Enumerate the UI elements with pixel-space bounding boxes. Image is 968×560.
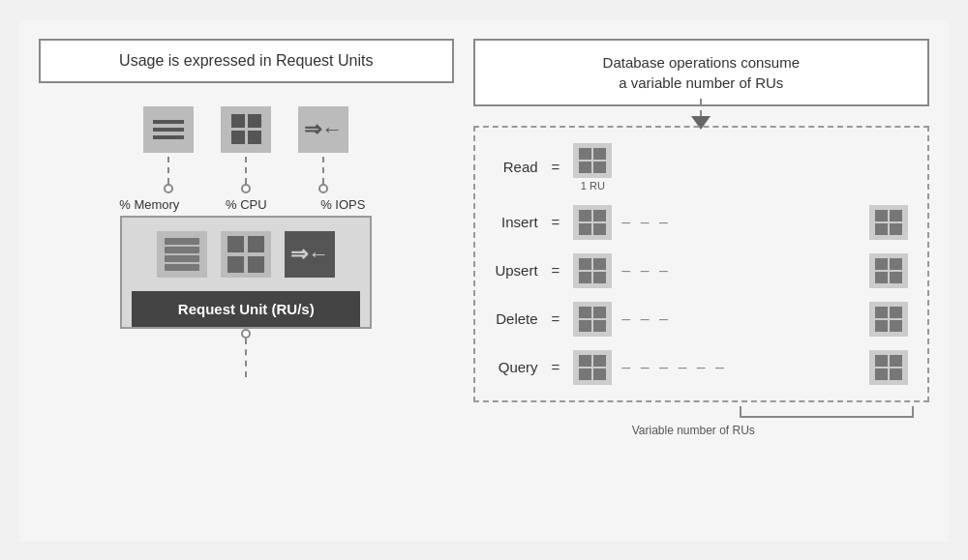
delete-icon-left: [573, 302, 612, 337]
memory-icon-col: [143, 106, 194, 193]
ops-container: Read = 1 RU: [473, 126, 929, 402]
upsert-label: Upsert: [485, 262, 538, 279]
iops-icon-col: ⇒←: [298, 106, 348, 193]
memory-icon: [143, 106, 194, 153]
read-row: Read = 1 RU: [485, 143, 908, 192]
delete-icon-right: [869, 302, 908, 337]
query-row: Query = – – – – – –: [485, 350, 908, 385]
query-icon-right: [869, 350, 908, 385]
right-title-line1: Database operations consume: [603, 54, 800, 71]
db-grid-query-r: [870, 350, 907, 385]
read-icon-wrap: [573, 143, 612, 178]
insert-icon-right: [869, 205, 908, 240]
read-db-icon: [573, 143, 612, 178]
metric-labels-row: % Memory % CPU % IOPS: [114, 197, 378, 212]
delete-dashes: – – –: [621, 310, 860, 328]
dashed-line-bottom: [245, 339, 247, 377]
upsert-icon-left: [573, 253, 612, 288]
cpu-icon: [221, 106, 271, 153]
read-label: Read: [485, 159, 538, 175]
ru-icons-row: ⇒←: [157, 231, 335, 278]
memory-label: % Memory: [114, 197, 184, 212]
left-title: Usage is expressed in Request Units: [39, 39, 454, 83]
upsert-dashes: – – –: [621, 262, 860, 280]
arrows-dark-icon: ⇒←: [290, 242, 329, 267]
read-ru-label: 1 RU: [581, 180, 605, 192]
query-dashes: – – – – – –: [621, 359, 860, 376]
delete-row: Delete = – – –: [485, 302, 908, 337]
iops-label: % IOPS: [308, 197, 378, 212]
db-grid-query: [574, 350, 611, 385]
db-grid-insert: [574, 205, 611, 240]
server-icon: [161, 234, 203, 275]
read-icon-col: 1 RU: [573, 143, 612, 192]
arrows-icon: ⇒←: [304, 117, 343, 142]
query-eq: =: [552, 359, 560, 375]
db-grid-upsert: [574, 253, 611, 288]
insert-row: Insert = – – –: [485, 205, 908, 240]
dashed-line-iops: [322, 157, 324, 184]
circle-dot-iops: [318, 184, 328, 193]
db-grid-delete-r: [870, 302, 907, 337]
ru-arrows-icon: ⇒←: [285, 231, 335, 278]
delete-eq: =: [552, 310, 560, 327]
grid-icon: [224, 106, 269, 152]
cpu-icon-col: [221, 106, 271, 193]
ru-server-icon: [157, 231, 207, 278]
ru-bottom-section: [241, 329, 251, 377]
variable-label: Variable number of RUs: [632, 424, 755, 437]
db-grid-upsert-r: [870, 253, 907, 288]
query-label: Query: [485, 359, 538, 375]
main-container: Usage is expressed in Request Units: [19, 19, 949, 542]
insert-dashes: – – –: [621, 214, 860, 231]
ru-box: ⇒← Request Unit (RU/s): [120, 216, 372, 329]
insert-eq: =: [552, 214, 560, 230]
ru-label: Request Unit (RU/s): [178, 301, 315, 317]
db-grid-icon: [574, 143, 611, 178]
insert-icon-left: [573, 205, 612, 240]
ru-footer: Request Unit (RU/s): [132, 291, 360, 327]
db-grid-delete: [574, 302, 611, 337]
upsert-icon-right: [869, 253, 908, 288]
circle-dot-bottom: [241, 329, 251, 339]
left-panel: Usage is expressed in Request Units: [39, 39, 454, 522]
right-title: Database operations consume a variable n…: [473, 39, 929, 106]
variable-section: Variable number of RUs: [473, 406, 929, 437]
hamburger-icon: [145, 112, 192, 147]
db-grid-insert-r: [870, 205, 907, 240]
read-eq: =: [552, 159, 560, 175]
circle-dot-cpu: [241, 184, 251, 193]
upsert-eq: =: [552, 262, 560, 279]
dashed-line-memory: [167, 157, 169, 184]
insert-label: Insert: [485, 214, 538, 230]
cpu-label: % CPU: [211, 197, 281, 212]
right-title-line2: a variable number of RUs: [619, 74, 783, 91]
left-title-text: Usage is expressed in Request Units: [119, 52, 373, 69]
circle-dot-memory: [164, 184, 173, 193]
iops-icon: ⇒←: [298, 106, 348, 153]
dashed-line-cpu: [245, 157, 247, 184]
upsert-row: Upsert = – – –: [485, 253, 908, 288]
right-panel: Database operations consume a variable n…: [473, 39, 929, 522]
top-icons-row: ⇒←: [143, 106, 348, 193]
variable-bracket: [740, 406, 914, 418]
ops-wrapper: Read = 1 RU: [473, 126, 929, 437]
grid-lg-icon: [220, 228, 272, 280]
delete-label: Delete: [485, 310, 538, 327]
ru-grid-icon: [221, 231, 271, 278]
dashed-line-top: [700, 99, 702, 116]
query-icon-left: [573, 350, 612, 385]
